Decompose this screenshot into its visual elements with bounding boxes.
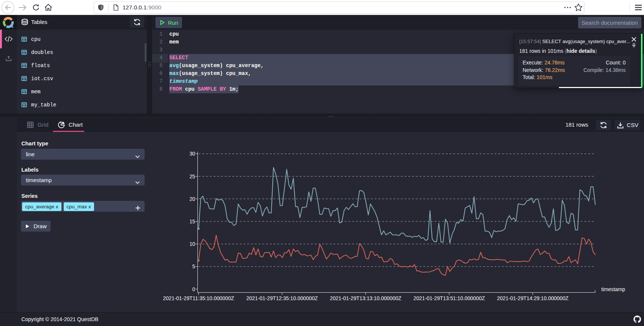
- svg-text:25: 25: [190, 174, 196, 179]
- svg-text:0: 0: [192, 287, 195, 292]
- svg-text:5: 5: [192, 264, 195, 269]
- svg-text:10: 10: [190, 241, 196, 247]
- svg-text:20: 20: [190, 196, 196, 202]
- svg-text:15: 15: [190, 219, 196, 224]
- svg-text:2021-01-29T11:35:10.000000Z: 2021-01-29T11:35:10.000000Z: [163, 296, 234, 301]
- svg-text:timestamp: timestamp: [601, 287, 625, 292]
- svg-text:2021-01-29T13:51:10.000000Z: 2021-01-29T13:51:10.000000Z: [413, 296, 485, 301]
- svg-text:30: 30: [190, 151, 196, 157]
- svg-text:2021-01-29T14:29:10.000000Z: 2021-01-29T14:29:10.000000Z: [497, 296, 568, 301]
- svg-text:2021-01-29T13:13:10.000000Z: 2021-01-29T13:13:10.000000Z: [330, 296, 401, 301]
- svg-text:2021-01-29T12:35:10.000000Z: 2021-01-29T12:35:10.000000Z: [246, 296, 318, 301]
